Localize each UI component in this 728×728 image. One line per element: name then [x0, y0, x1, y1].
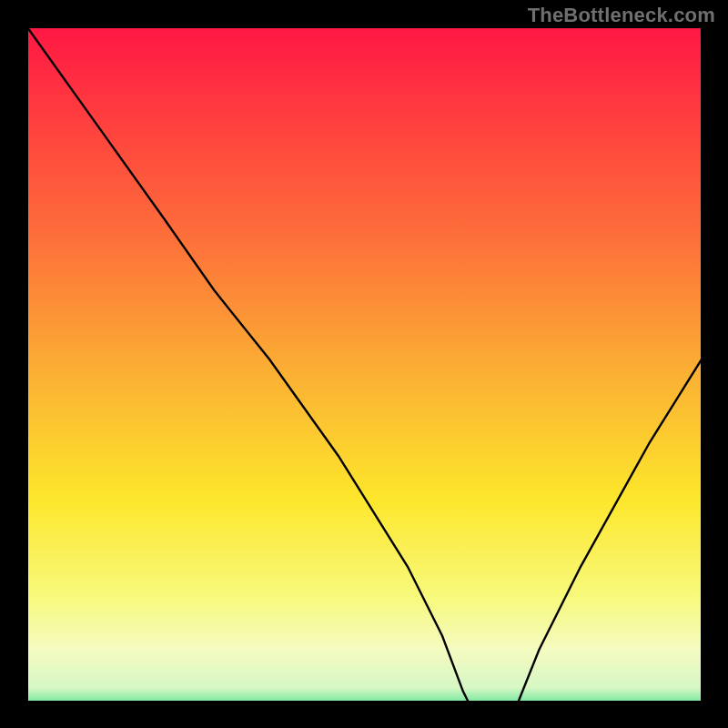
bottleneck-plot — [0, 0, 728, 728]
chart-frame: TheBottleneck.com — [0, 0, 728, 728]
plot-background — [27, 27, 719, 719]
watermark-text: TheBottleneck.com — [528, 4, 715, 27]
